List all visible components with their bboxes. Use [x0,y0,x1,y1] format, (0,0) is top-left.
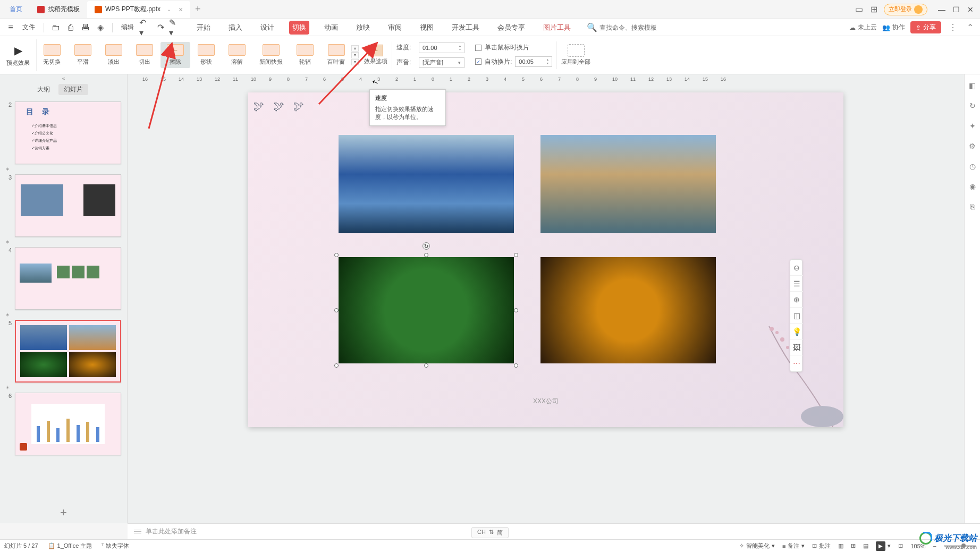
slide-thumb-3[interactable]: 3 [0,172,127,239]
grid-icon[interactable]: ⊞ [869,5,878,14]
zoom-fit[interactable]: ⊡ [898,542,903,549]
menu-animation[interactable]: 动画 [321,21,341,35]
transition-none[interactable]: 无切换 [37,42,67,68]
tool-layers[interactable]: ☰ [790,276,803,292]
tool-zoom-in[interactable]: ⊕ [790,292,803,308]
rs-settings-icon[interactable]: ⚙ [968,141,977,151]
print-icon[interactable]: 🖶 [79,21,92,34]
search-box[interactable]: 🔍 [587,22,669,32]
slides-tab[interactable]: 幻灯片 [58,84,88,95]
transition-shape[interactable]: 形状 [191,42,221,68]
login-button[interactable]: 立即登录 [884,4,927,15]
tab-template[interactable]: 找稻壳模板 [30,1,87,18]
menu-insert[interactable]: 插入 [225,21,246,35]
edit-menu[interactable]: 编辑 [121,23,134,32]
rs-export-icon[interactable]: ⎘ [968,202,977,211]
tool-crop[interactable]: ◫ [790,308,803,324]
notes-button[interactable]: ≡ 备注 ▾ [782,542,805,550]
slide-thumb-6[interactable]: 6 [0,390,127,457]
missing-font[interactable]: ᵀ 缺失字体 [102,542,129,550]
tab-dropdown-icon[interactable]: ⌄ [167,6,171,12]
hamburger-icon[interactable]: ≡ [4,21,17,34]
menu-view[interactable]: 视图 [417,21,437,35]
close-window-button[interactable]: ✕ [967,5,974,14]
view-present[interactable]: ▶ ▾ [876,541,891,551]
rs-chart-icon[interactable]: ◷ [968,162,977,171]
view-normal[interactable]: ▥ [838,542,843,549]
handle-br[interactable] [514,363,518,368]
menu-collapse[interactable]: ⌃ [965,22,976,32]
slide-thumb-2[interactable]: 2 目 录 ✓介绍基本信息 ✓介绍公文化 ✓详细介绍产品 ✓营销方案 [0,99,127,166]
tab-file[interactable]: WPS PPT教程.pptx ⌄ × [87,1,190,18]
file-menu[interactable]: 文件 [22,23,35,32]
auto-input[interactable]: 00:05 ▴▾ [515,56,552,67]
cloud-button[interactable]: ☁ 未上云 [849,23,877,32]
transition-fade[interactable]: 淡出 [99,42,129,68]
maximize-button[interactable]: ☐ [953,5,960,14]
notes-bar[interactable]: 单击此处添加备注 [128,523,980,539]
auto-checkbox[interactable]: ✓ [475,58,481,65]
export-icon[interactable]: ⎙ [64,21,77,34]
slide-thumb-5[interactable]: 5 [0,318,127,385]
comment-button[interactable]: ⊡ 批注 [812,542,831,550]
tab-close-icon[interactable]: × [179,5,183,14]
handle-tr[interactable] [514,253,518,257]
apply-all-button[interactable]: 应用到全部 [561,44,590,66]
collab-button[interactable]: 👥 协作 [882,23,905,32]
transition-news[interactable]: 新闻快报 [253,42,289,68]
handle-bl[interactable] [334,363,339,368]
theme-info[interactable]: 📋 1_Office 主题 [48,542,92,550]
company-text[interactable]: XXX公司 [533,397,559,406]
menu-member[interactable]: 会员专享 [494,21,528,35]
handle-bc[interactable] [424,363,428,368]
menu-slideshow[interactable]: 放映 [353,21,373,35]
onclick-checkbox[interactable] [475,45,481,51]
image-green-leaf[interactable] [339,257,514,363]
menu-devtools[interactable]: 开发工具 [449,21,483,35]
minimize-button[interactable]: — [938,5,945,14]
menu-design[interactable]: 设计 [257,21,277,35]
rotate-handle[interactable]: ↻ [423,242,430,250]
preview-icon[interactable]: ◈ [94,21,107,34]
handle-ml[interactable] [334,308,339,312]
handle-tl[interactable] [334,253,339,257]
menu-review[interactable]: 审阅 [385,21,405,35]
redo-icon[interactable]: ↷ [154,21,167,34]
menu-picture-tools[interactable]: 图片工具 [540,21,574,35]
image-maple-leaf[interactable] [540,257,716,363]
menu-start[interactable]: 开始 [193,21,214,35]
view-sorter[interactable]: ⊞ [851,542,856,549]
handle-tc[interactable] [424,253,428,257]
rs-templates-icon[interactable]: ◧ [968,81,977,90]
menu-more[interactable]: ⋮ [947,22,959,32]
outline-tab[interactable]: 大纲 [32,84,55,95]
save-icon[interactable]: 🗀 [49,21,62,34]
undo-icon[interactable]: ↶ ▾ [139,21,152,34]
tab-home[interactable]: 首页 [2,1,30,18]
panel-collapse[interactable]: « [0,74,127,82]
tab-add[interactable]: + [190,4,205,15]
speed-up[interactable]: ▴ [459,44,461,48]
menu-transition[interactable]: 切换 [289,21,309,35]
rs-magic-icon[interactable]: ✦ [968,121,977,131]
slide-thumb-4[interactable]: 4 [0,245,127,312]
transition-dissolve[interactable]: 溶解 [222,42,252,68]
handle-mr[interactable] [514,308,518,312]
preview-effect-button[interactable]: ▶ 预览效果 [6,43,30,67]
tool-idea[interactable]: 💡 [790,324,803,339]
image-autumn-lake[interactable] [540,135,716,233]
rs-design-icon[interactable]: ↻ [968,101,977,111]
format-painter-icon[interactable]: ✎ ▾ [169,21,182,34]
share-button[interactable]: ⇪ 分享 [910,21,941,33]
beautify-button[interactable]: ✧ 智能美化 ▾ [739,542,775,550]
speed-input[interactable]: 01.00 ▴▾ [419,43,464,53]
tool-image[interactable]: 🖼 [790,339,803,355]
speed-down[interactable]: ▾ [459,48,461,52]
view-reader[interactable]: ▤ [863,542,868,549]
ime-indicator[interactable]: CH ⇅ 简 [471,527,509,538]
tablet-icon[interactable]: ▭ [854,5,864,14]
sound-dropdown[interactable]: [无声音] ▾ [419,57,464,68]
image-mountain-lake[interactable] [339,135,514,233]
tool-more[interactable]: ⋯ [790,355,803,371]
transition-morph[interactable]: 平滑 [68,42,98,68]
